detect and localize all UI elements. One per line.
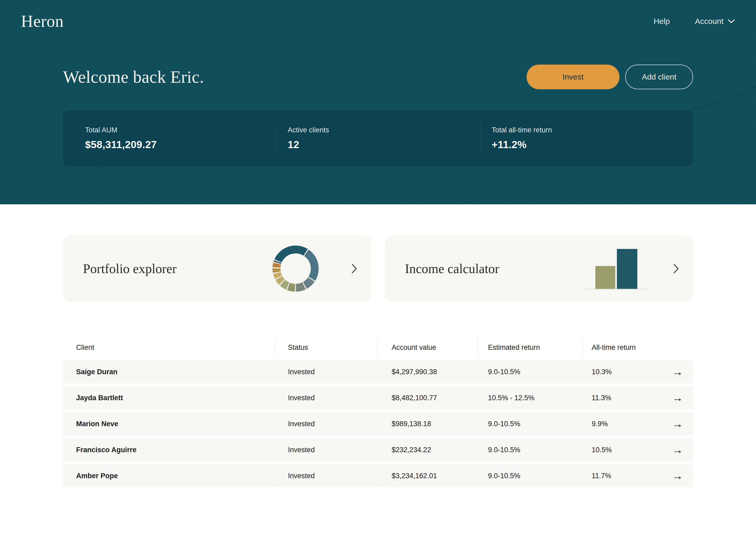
- donut-segment: [282, 283, 288, 286]
- page-title: Welcome back Eric.: [63, 67, 204, 87]
- donut-segment: [306, 253, 315, 279]
- row-arrow-icon[interactable]: →: [672, 366, 683, 377]
- stat-value: +11.2%: [492, 139, 693, 150]
- column-divider: [477, 361, 478, 383]
- column-header-client: Client: [63, 344, 275, 352]
- bar-chart-icon: [585, 247, 648, 291]
- client-cell: Jayda Bartlett: [63, 394, 275, 402]
- table-row[interactable]: Francisco AguirreInvested$232,234.229.0-…: [63, 439, 693, 461]
- column-divider: [477, 413, 478, 435]
- status-cell: Invested: [275, 420, 377, 428]
- account-menu-label: Account: [695, 17, 723, 26]
- donut-segment: [278, 249, 306, 261]
- bar: [595, 266, 615, 289]
- client-cell: Marion Neve: [63, 420, 275, 428]
- donut-segment: [276, 268, 277, 272]
- account-value-cell: $989,138.18: [377, 420, 477, 428]
- client-table: Client Status Account value Estimated re…: [63, 337, 693, 487]
- chevron-right-icon: [351, 263, 358, 274]
- stat-label: Active clients: [288, 126, 481, 134]
- column-divider: [377, 465, 378, 487]
- chevron-down-icon: [728, 19, 735, 23]
- status-cell: Invested: [275, 394, 377, 402]
- chevron-right-icon: [673, 263, 679, 274]
- help-link[interactable]: Help: [654, 17, 670, 26]
- donut-segment: [279, 278, 282, 282]
- add-client-button[interactable]: Add client: [625, 65, 693, 89]
- client-table-body: Saige DuranInvested$4,297,990.389.0-10.5…: [63, 361, 693, 487]
- stat-value: $58,311,209.27: [85, 139, 276, 150]
- estimated-return-cell: 9.0-10.5%: [477, 472, 582, 480]
- donut-segment: [276, 263, 277, 267]
- account-value-cell: $8,482,100.77: [377, 394, 477, 402]
- stat-total-aum: Total AUM $58,311,209.27: [63, 110, 276, 166]
- client-table-header: Client Status Account value Estimated re…: [63, 337, 693, 358]
- column-divider: [377, 439, 378, 461]
- donut-segment: [296, 286, 304, 288]
- column-divider: [377, 413, 378, 435]
- donut-segment: [277, 273, 278, 277]
- table-row[interactable]: Jayda BartlettInvested$8,482,100.7710.5%…: [63, 387, 693, 409]
- stat-label: Total AUM: [85, 126, 276, 134]
- estimated-return-cell: 9.0-10.5%: [477, 368, 582, 376]
- feature-cards-row: Portfolio explorer Income calculator: [63, 235, 693, 302]
- portfolio-explorer-title: Portfolio explorer: [83, 261, 177, 276]
- estimated-return-cell: 9.0-10.5%: [477, 420, 582, 428]
- table-row[interactable]: Marion NeveInvested$989,138.189.0-10.5%9…: [63, 413, 693, 435]
- client-cell: Francisco Aguirre: [63, 446, 275, 454]
- account-value-cell: $4,297,990.38: [377, 368, 477, 376]
- column-divider: [477, 387, 478, 409]
- row-arrow-icon[interactable]: →: [672, 444, 683, 455]
- column-header-all-time-return: All-time return: [582, 344, 693, 352]
- donut-segment: [305, 280, 311, 286]
- help-link-label: Help: [654, 17, 670, 26]
- status-cell: Invested: [275, 368, 377, 376]
- column-divider: [377, 361, 378, 383]
- column-divider: [477, 465, 478, 487]
- account-value-cell: $3,234,162.01: [377, 472, 477, 480]
- column-header-status: Status: [275, 344, 377, 352]
- top-nav-links: Help Account: [654, 17, 735, 26]
- hero-actions: Invest Add client: [527, 65, 693, 89]
- row-arrow-icon[interactable]: →: [672, 470, 683, 481]
- income-calculator-card[interactable]: Income calculator: [385, 235, 693, 302]
- summary-stats-card: Total AUM $58,311,209.27 Active clients …: [63, 110, 693, 166]
- column-header-estimated-return: Estimated return: [477, 344, 582, 352]
- donut-segment: [288, 287, 295, 288]
- donut-chart-icon: [272, 245, 319, 292]
- account-menu[interactable]: Account: [695, 17, 735, 26]
- estimated-return-cell: 10.5% - 12.5%: [477, 394, 582, 402]
- portfolio-explorer-card[interactable]: Portfolio explorer: [63, 235, 371, 302]
- hero-heading-row: Welcome back Eric. Invest Add client: [0, 65, 756, 89]
- invest-button[interactable]: Invest: [527, 65, 619, 89]
- table-row[interactable]: Amber PopeInvested$3,234,162.019.0-10.5%…: [63, 465, 693, 487]
- column-header-account-value: Account value: [377, 344, 477, 352]
- column-divider: [477, 439, 478, 461]
- row-arrow-icon[interactable]: →: [672, 418, 683, 429]
- client-cell: Amber Pope: [63, 472, 275, 480]
- status-cell: Invested: [275, 472, 377, 480]
- client-cell: Saige Duran: [63, 368, 275, 376]
- column-divider: [377, 338, 378, 357]
- stat-label: Total all-time return: [492, 126, 693, 134]
- estimated-return-cell: 9.0-10.5%: [477, 446, 582, 454]
- stat-active-clients: Active clients 12: [277, 110, 481, 166]
- stat-value: 12: [288, 139, 481, 150]
- row-arrow-icon[interactable]: →: [672, 392, 683, 403]
- bar: [617, 249, 637, 289]
- hero-section: Heron Help Account Welcome back Eric. In…: [0, 0, 756, 204]
- table-row[interactable]: Saige DuranInvested$4,297,990.389.0-10.5…: [63, 361, 693, 383]
- status-cell: Invested: [275, 446, 377, 454]
- income-calculator-title: Income calculator: [405, 261, 500, 276]
- top-navigation-bar: Heron Help Account: [0, 0, 756, 31]
- account-value-cell: $232,234.22: [377, 446, 477, 454]
- column-divider: [477, 338, 478, 357]
- stat-all-time-return: Total all-time return +11.2%: [481, 110, 693, 166]
- column-divider: [377, 387, 378, 409]
- brand-logo: Heron: [21, 12, 64, 31]
